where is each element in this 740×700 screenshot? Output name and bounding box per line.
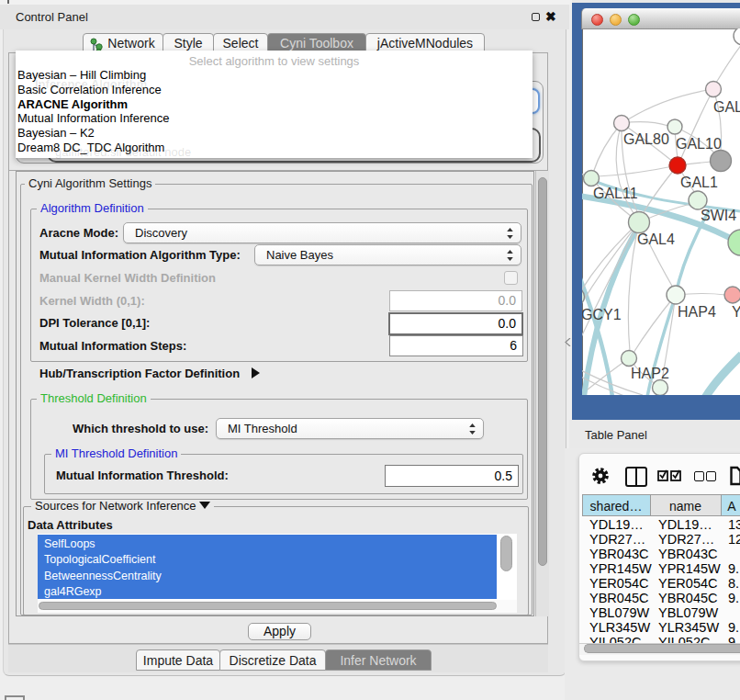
svg-text:GCY1: GCY1 <box>582 307 622 322</box>
svg-text:SWI4: SWI4 <box>701 208 736 223</box>
svg-text:GAL11: GAL11 <box>593 186 638 201</box>
svg-text:GAL10: GAL10 <box>676 136 722 152</box>
svg-text:GAL80: GAL80 <box>623 131 669 147</box>
svg-text:GAL4: GAL4 <box>637 231 675 247</box>
svg-text:GAL1: GAL1 <box>680 175 718 190</box>
svg-text:HAP4: HAP4 <box>678 304 716 320</box>
svg-text:HAP2: HAP2 <box>631 366 669 381</box>
svg-text:GAL2: GAL2 <box>713 99 740 115</box>
svg-text:Y: Y <box>732 304 740 320</box>
